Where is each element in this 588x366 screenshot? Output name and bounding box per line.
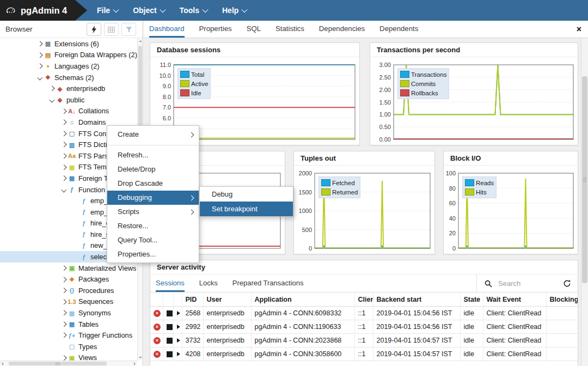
column-header-application[interactable]: Application: [251, 293, 354, 307]
chevron-right-icon[interactable]: [60, 174, 68, 182]
context-menu-item-query-tool[interactable]: Query Tool...: [107, 233, 199, 247]
tree-hscroll-thumb[interactable]: [9, 362, 107, 365]
context-menu-item-scripts[interactable]: Scripts: [107, 205, 199, 219]
chevron-down-icon[interactable]: [48, 96, 56, 103]
sa-tab-prepared-transactions[interactable]: Prepared Transactions: [232, 274, 304, 292]
column-header-backend-start[interactable]: Backend start: [373, 293, 460, 307]
expand-row-icon[interactable]: [177, 311, 180, 315]
chevron-down-icon[interactable]: [36, 74, 44, 81]
chevron-right-icon[interactable]: [60, 264, 68, 272]
context-menu-item-refresh[interactable]: Refresh...: [107, 148, 199, 162]
tree-item-extensions-6[interactable]: ▦Extensions (6): [0, 38, 137, 50]
tab-statistics[interactable]: Statistics: [275, 21, 304, 38]
view-data-button[interactable]: [104, 23, 119, 36]
context-menu-item-create[interactable]: Create: [107, 127, 199, 142]
chevron-right-icon[interactable]: [60, 354, 68, 361]
sa-tab-locks[interactable]: Locks: [199, 274, 218, 292]
cancel-query-icon[interactable]: [167, 338, 173, 344]
chevron-right-icon[interactable]: [36, 40, 44, 47]
debugging-submenu: DebugSet breakpoint: [199, 186, 293, 217]
tree-item-views[interactable]: ▣Views: [0, 352, 137, 361]
chevron-right-icon[interactable]: [60, 286, 68, 294]
search-input[interactable]: [497, 279, 558, 288]
tree-item-trigger-functions[interactable]: ƒ+Trigger Functions: [0, 330, 137, 341]
cancel-query-icon[interactable]: [167, 310, 173, 316]
tree-horizontal-scrollbar[interactable]: [0, 361, 137, 366]
submenu-item-debug[interactable]: Debug: [200, 187, 293, 202]
dashboard-vertical-scrollbar[interactable]: [581, 38, 588, 366]
context-menu-item-delete-drop[interactable]: Delete/Drop: [107, 162, 199, 176]
tree-item-public[interactable]: ◈public: [0, 94, 137, 106]
cancel-query-icon[interactable]: [167, 324, 173, 330]
chevron-right-icon[interactable]: [60, 118, 68, 126]
refresh-icon[interactable]: [563, 279, 571, 288]
menu-help[interactable]: Help: [222, 6, 247, 15]
chevron-right-icon[interactable]: [36, 62, 44, 70]
scroll-right-arrow-icon[interactable]: [134, 362, 136, 365]
fdw-icon: ▤: [44, 52, 52, 58]
sa-tab-sessions[interactable]: Sessions: [156, 274, 185, 292]
tree-item-types[interactable]: ▢Types: [0, 341, 137, 352]
menu-tools[interactable]: Tools: [180, 6, 207, 15]
terminate-session-icon[interactable]: ×: [154, 310, 161, 317]
column-header-pid[interactable]: PID: [182, 293, 203, 307]
column-header-client[interactable]: Client: [354, 293, 373, 307]
tree-item-materialized-views[interactable]: ▣Materialized Views: [0, 263, 137, 274]
chevron-right-icon[interactable]: [60, 163, 68, 171]
tree-item-tables[interactable]: ▦Tables: [0, 319, 137, 330]
chevron-right-icon[interactable]: [60, 276, 68, 283]
chevron-right-icon[interactable]: [60, 152, 68, 160]
tab-sql[interactable]: SQL: [247, 21, 261, 38]
tree-item-foreign-data-wrappers-2[interactable]: ▤Foreign Data Wrappers (2): [0, 50, 137, 61]
tree-item-synonyms[interactable]: ▦Synonyms: [0, 307, 137, 319]
context-menu-item-restore[interactable]: Restore...: [107, 219, 199, 233]
cell: 4208: [182, 347, 203, 361]
chevron-down-icon[interactable]: [60, 186, 68, 193]
chevron-right-icon[interactable]: [48, 85, 56, 93]
scroll-left-arrow-icon[interactable]: [2, 362, 3, 365]
tab-dependents[interactable]: Dependents: [379, 21, 418, 38]
context-menu-item-drop-cascade[interactable]: Drop Cascade: [107, 176, 199, 191]
tab-dashboard[interactable]: Dashboard: [149, 21, 185, 38]
scroll-down-arrow-icon[interactable]: [139, 357, 142, 358]
tree-item-enterprisedb[interactable]: ◈enterprisedb: [0, 83, 137, 94]
tab-dependencies[interactable]: Dependencies: [319, 21, 365, 38]
scroll-up-arrow-icon[interactable]: [139, 40, 142, 42]
terminate-session-icon[interactable]: ×: [154, 351, 161, 358]
menu-file[interactable]: File: [97, 6, 118, 15]
column-header-user[interactable]: User: [203, 293, 251, 307]
close-tab-icon[interactable]: ×: [577, 21, 581, 38]
tab-properties[interactable]: Properties: [199, 21, 232, 38]
tree-item-languages-2[interactable]: ●Languages (2): [0, 60, 137, 72]
tree-item-procedures[interactable]: {}Procedures: [0, 285, 137, 296]
chevron-down-icon: [113, 7, 119, 13]
chevron-right-icon[interactable]: [60, 130, 68, 137]
submenu-item-set-breakpoint[interactable]: Set breakpoint: [200, 202, 293, 216]
expand-row-icon[interactable]: [177, 325, 180, 329]
chevron-right-icon[interactable]: [60, 320, 68, 328]
tree-item-packages[interactable]: ❖Packages: [0, 273, 137, 285]
expand-row-icon[interactable]: [177, 338, 180, 343]
terminate-session-icon[interactable]: ×: [154, 324, 161, 331]
column-header-wait-event[interactable]: Wait Event: [483, 293, 546, 307]
terminate-session-icon[interactable]: ×: [154, 337, 161, 344]
tree-item-sequences[interactable]: 1.3Sequences: [0, 296, 137, 308]
chevron-right-icon[interactable]: [60, 141, 68, 149]
expand-row-icon[interactable]: [177, 352, 180, 356]
chevron-right-icon[interactable]: [36, 51, 44, 59]
chevron-right-icon[interactable]: [60, 332, 68, 339]
chevron-right-icon[interactable]: [60, 309, 68, 317]
column-header-blocking[interactable]: Blocking: [546, 293, 578, 307]
context-menu-item-debugging[interactable]: Debugging: [107, 191, 199, 205]
cancel-query-icon[interactable]: [167, 351, 173, 357]
query-tool-button[interactable]: [87, 23, 101, 36]
filtered-rows-button[interactable]: [121, 23, 136, 36]
menu-object[interactable]: Object: [133, 6, 165, 15]
context-menu-item-properties[interactable]: Properties...: [107, 247, 199, 261]
tree-item-collations[interactable]: A↓Collations: [0, 106, 137, 117]
chevron-right-icon[interactable]: [60, 298, 68, 306]
column-header-state[interactable]: State: [460, 293, 483, 307]
dashboard-scroll-thumb[interactable]: [582, 76, 587, 283]
tree-item-schemas-2[interactable]: ❖Schemas (2): [0, 72, 137, 83]
chevron-right-icon[interactable]: [60, 107, 68, 115]
